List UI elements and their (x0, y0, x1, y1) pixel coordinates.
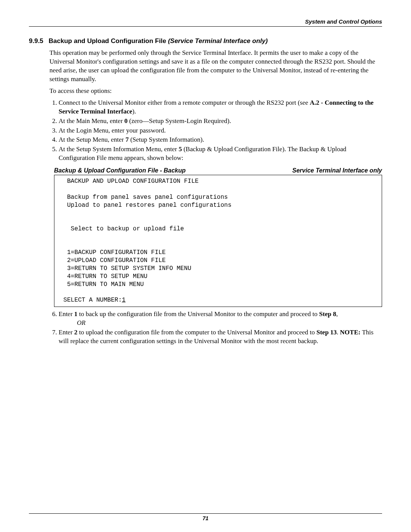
step-2: At the Main Menu, enter 0 (zero—Setup Sy… (59, 117, 382, 126)
section-heading: 9.9.5Backup and Upload Configuration Fil… (29, 37, 382, 45)
step-3: At the Login Menu, enter your password. (59, 126, 382, 135)
section-title-plain: Backup and Upload Configuration File (49, 37, 168, 45)
access-lead: To access these options: (49, 87, 382, 96)
step-7: Enter 2 to upload the configuration file… (59, 328, 382, 346)
intro-paragraph: This operation may be performed only thr… (49, 49, 382, 84)
or-separator: OR (77, 319, 382, 328)
step-6: Enter 1 to back up the configuration fil… (59, 310, 382, 328)
caption-right: Service Terminal Interface only (292, 167, 382, 174)
step-5: At the Setup System Information Menu, en… (59, 145, 382, 163)
terminal-selected-number: 1 (122, 297, 126, 304)
terminal-box: BACKUP AND UPLOAD CONFIGURATION FILE Bac… (54, 175, 382, 307)
section-title-qualifier: (Service Terminal Interface only) (168, 37, 268, 45)
steps-list-part2: Enter 1 to back up the configuration fil… (49, 310, 382, 346)
running-header: System and Control Options (29, 18, 382, 27)
steps-list-part1: Connect to the Universal Monitor either … (49, 99, 382, 163)
step-1: Connect to the Universal Monitor either … (59, 99, 382, 116)
body-block: This operation may be performed only thr… (49, 49, 382, 346)
terminal-caption: Backup & Upload Configuration File - Bac… (54, 167, 382, 174)
step-4: At the Setup Menu, enter 7 (Setup System… (59, 136, 382, 144)
section-number: 9.9.5 (29, 37, 43, 45)
caption-left: Backup & Upload Configuration File - Bac… (54, 167, 186, 174)
